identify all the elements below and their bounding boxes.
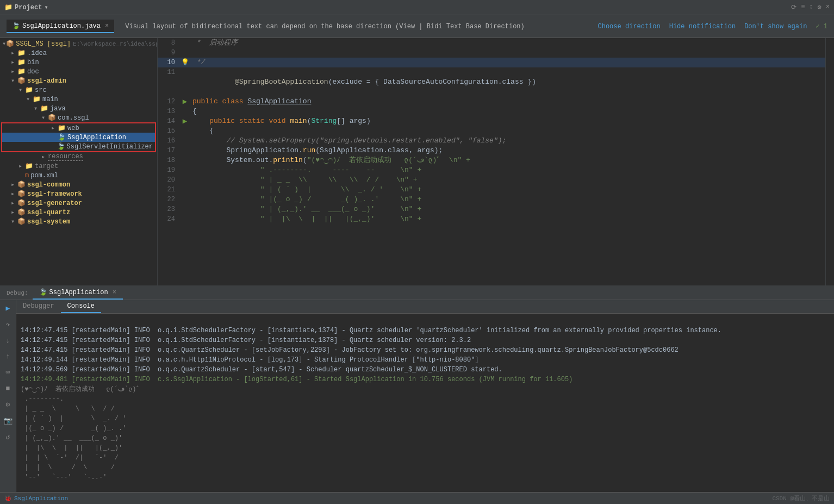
- lightbulb-icon[interactable]: 💡: [181, 58, 189, 67]
- run-icon-12[interactable]: ▶: [183, 97, 187, 107]
- sidebar-item-java[interactable]: ▾ 📁 java: [0, 104, 157, 113]
- line-num-17: 17: [158, 146, 179, 155]
- sidebar-item-doc[interactable]: ▸ 📁 doc: [0, 67, 157, 76]
- code-line-14: 14 ▶ public static void main(String[] ar…: [158, 116, 825, 126]
- line-content-13: {: [190, 107, 825, 116]
- sidebar-item-target[interactable]: ▸ 📁 target: [0, 161, 157, 171]
- sidebar-item-web[interactable]: ▸ 📁 web: [2, 123, 155, 133]
- project-title: Project: [15, 4, 42, 11]
- bottom-panel: Debug: 🍃 SsglApplication × ▶ ↷ ↓ ↑ ⌨ ■ ⚙…: [0, 285, 834, 492]
- module-icon: 📦: [6, 40, 14, 48]
- ascii-art-9: '--' `---' `-..-': [21, 474, 107, 481]
- line-content-8: * 启动程序: [190, 38, 814, 48]
- tab-console[interactable]: Console: [61, 300, 101, 313]
- notification-bar: 🍃 SsglApplication.java × Visual layout o…: [0, 15, 834, 38]
- console-output[interactable]: 14:12:47.415 [restartedMain] INFO o.q.i.…: [16, 314, 834, 492]
- annotation-springboot: @SpringBootApplication: [235, 78, 328, 86]
- debug-restore-icon[interactable]: ↺: [4, 431, 12, 443]
- notification-actions: Choose direction Hide notification Don't…: [598, 23, 807, 30]
- settings-icon[interactable]: ⚙: [818, 3, 821, 11]
- gutter-14[interactable]: ▶: [179, 116, 190, 126]
- status-left: 🐞 SsglApplication: [4, 495, 68, 502]
- sidebar-item-ssgl-servlet[interactable]: ▸ 🍃 SsglServletInitializer: [2, 142, 155, 151]
- debug-step-into-icon[interactable]: ↓: [4, 335, 12, 346]
- choose-direction-button[interactable]: Choose direction: [598, 23, 661, 30]
- debug-step-out-icon[interactable]: ↑: [4, 351, 12, 362]
- qtz-arrow: ▸: [11, 208, 17, 216]
- project-icon: 📁: [4, 3, 13, 11]
- ssgl-app-icon: 🍃: [58, 133, 66, 141]
- debug-session-icon: 🍃: [39, 288, 47, 296]
- code-line-8: 8 * 启动程序: [158, 38, 825, 48]
- gutter-10[interactable]: 💡: [179, 58, 190, 67]
- line-num-24: 24: [158, 214, 179, 224]
- log-line-6: 14:12:49.481 [restartedMain] INFO c.s.Ss…: [21, 376, 572, 383]
- code-editor[interactable]: 8 * 启动程序 9 10 💡 */: [158, 38, 825, 285]
- line-num-19: 19: [158, 165, 179, 175]
- admin-module-icon: 📦: [17, 77, 26, 85]
- line-content-24: " | |\ \ | || |(_,_)' \n" +: [190, 214, 825, 224]
- code-line-22: 22 " |(_ o _) / _( )_. .' \n" +: [158, 195, 825, 204]
- ssgl-app-label: SsglApplication: [67, 134, 126, 141]
- ascii-art-3: | ( ` ) | \ _. / ': [21, 415, 126, 422]
- code-line-24: 24 " | |\ \ | || |(_,_)' \n" +: [158, 214, 825, 224]
- sidebar-item-src[interactable]: ▾ 📁 src: [0, 85, 157, 95]
- editor-tab[interactable]: 🍃 SsglApplication.java ×: [7, 20, 114, 33]
- debug-step-over-icon[interactable]: ↷: [4, 319, 12, 331]
- tree-root[interactable]: ▾ 📦 SSGL_MS [ssgl] E:\workspace_rs\idea\…: [0, 39, 157, 48]
- line-content-14: public static void main(String[] args): [190, 116, 825, 126]
- line-num-21: 21: [158, 185, 179, 195]
- gutter-12[interactable]: ▶: [179, 97, 190, 107]
- status-debug-icon: 🐞: [4, 495, 12, 502]
- code-line-9: 9: [158, 48, 825, 58]
- line-content-18: System.out.println("(♥◠‿◠)ﾉ 若依启动成功 ლ(´ڡ`…: [190, 155, 825, 165]
- dont-show-again-button[interactable]: Don't show again: [744, 23, 807, 30]
- close-icon[interactable]: ×: [826, 3, 830, 11]
- src-label: src: [35, 86, 47, 94]
- web-folder-icon: 📁: [58, 124, 66, 132]
- run-icon-14[interactable]: ▶: [183, 116, 187, 126]
- tab-close-button[interactable]: ×: [105, 22, 109, 30]
- sidebar-item-common[interactable]: ▸ 📦 ssgl-common: [0, 180, 157, 189]
- project-dropdown[interactable]: ▾: [44, 3, 48, 11]
- sidebar-item-com-ssgl[interactable]: ▾ 📦 com.ssgl: [0, 113, 157, 122]
- collapse-icon[interactable]: ≡: [801, 3, 805, 11]
- sidebar-item-system[interactable]: ▾ 📦 ssgl-system: [0, 217, 157, 226]
- sidebar-item-framework[interactable]: ▸ 📦 ssgl-framework: [0, 189, 157, 198]
- tab-debugger[interactable]: Debugger: [16, 300, 61, 313]
- debug-resume-icon[interactable]: ▶: [4, 302, 12, 314]
- debug-eval-icon[interactable]: ⌨: [4, 366, 12, 378]
- debug-session-close[interactable]: ×: [113, 289, 116, 296]
- sidebar-item-resources[interactable]: ▸ resources: [0, 152, 157, 161]
- sidebar-item-bin[interactable]: ▸ 📁 bin: [0, 58, 157, 67]
- line-content-22: " |(_ o _) / _( )_. .' \n" +: [190, 195, 825, 204]
- sidebar-item-main[interactable]: ▾ 📁 main: [0, 95, 157, 104]
- sort-icon[interactable]: ↕: [809, 3, 813, 11]
- ascii-art-4: |(_ o _) / _( )_. .': [21, 425, 126, 432]
- debug-settings-icon[interactable]: ⚙: [4, 399, 12, 410]
- sync-icon[interactable]: ⟳: [791, 3, 796, 11]
- common-icon: 📦: [17, 181, 26, 189]
- hide-notification-button[interactable]: Hide notification: [669, 23, 736, 30]
- debug-session-tab[interactable]: 🍃 SsglApplication ×: [33, 286, 123, 300]
- log-line-2: 14:12:47.415 [restartedMain] INFO o.q.i.…: [21, 337, 471, 344]
- sidebar-item-pom[interactable]: ▸ m pom.xml: [0, 171, 157, 180]
- console-tabs: Debugger Console: [16, 300, 834, 314]
- sidebar-item-ssgl-admin[interactable]: ▾ 📦 ssgl-admin: [0, 76, 157, 85]
- sidebar-item-generator[interactable]: ▸ 📦 ssgl-generator: [0, 198, 157, 208]
- src-arrow: ▾: [18, 86, 25, 94]
- debug-stop-icon[interactable]: ■: [4, 383, 12, 394]
- log-line-4: 14:12:49.144 [restartedMain] INFO o.a.c.…: [21, 356, 479, 364]
- line-num-9: 9: [158, 48, 179, 58]
- sidebar-item-ssgl-application[interactable]: ▸ 🍃 SsglApplication: [2, 133, 155, 142]
- debug-camera-icon[interactable]: 📷: [2, 415, 14, 427]
- sidebar-item-idea[interactable]: ▸ 📁 .idea: [0, 48, 157, 58]
- res-label: resources: [48, 153, 83, 161]
- main-folder-icon: 📁: [33, 95, 41, 103]
- sidebar-item-quartz[interactable]: ▸ 📦 ssgl-quartz: [0, 208, 157, 217]
- ascii-art-blank: [21, 483, 24, 491]
- line-content-11: @SpringBootApplication(exclude = { DataS…: [190, 67, 825, 97]
- log-line-3: 14:12:47.415 [restartedMain] INFO o.q.c.…: [21, 346, 679, 354]
- ascii-art-5: | (_,_).' __ ___(_ o _)': [21, 434, 122, 442]
- project-label: 📁 Project ▾: [0, 3, 53, 11]
